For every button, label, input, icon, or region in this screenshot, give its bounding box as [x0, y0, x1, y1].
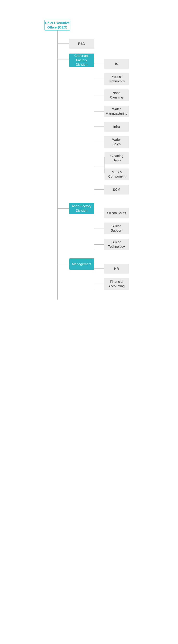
- silicon-tech-h: [94, 244, 104, 244]
- silicon-sales-row: Silicon Sales: [94, 208, 129, 218]
- scm-row: SCM: [94, 185, 129, 194]
- cleaning-sub: Cleaning Sales MFC & Component: [104, 152, 129, 180]
- hr-h: [94, 268, 104, 269]
- is-row: IS: [94, 59, 129, 69]
- branches-column: R&D Cheonan-Factory Division: [58, 30, 129, 300]
- cheonan-sub-trunk: IS Process Technology: [94, 59, 129, 194]
- is-h: [94, 64, 104, 64]
- cheonan-h-connector: [58, 59, 69, 60]
- main-body: R&D Cheonan-Factory Division: [43, 30, 135, 300]
- wafer-mfg-row: Wafer Manugacturing: [94, 106, 129, 117]
- silicon-sales-h: [94, 213, 104, 213]
- is-box: IS: [104, 59, 129, 69]
- wafer-sales-row: Wafer Sales: [94, 136, 129, 148]
- silicon-support-row: Silicon Support: [94, 222, 129, 234]
- process-tech-box: Process Technology: [104, 73, 129, 85]
- process-tech-h: [94, 79, 104, 79]
- financial-accounting-row: Financial Accounting: [94, 278, 129, 290]
- cleaning-sub-children: Cleaning Sales MFC & Component: [104, 152, 129, 180]
- silicon-tech-box: Silicon Technology: [104, 239, 129, 250]
- nano-cleaning-row: Nano Cleaning: [94, 90, 129, 101]
- nano-cleaning-h: [94, 95, 104, 95]
- nano-cleaning-box: Nano Cleaning: [104, 90, 129, 101]
- infra-box: Infra: [104, 122, 129, 132]
- trunk-spacer: [43, 30, 57, 300]
- wafer-sales-h: [94, 142, 104, 142]
- management-children: HR Financial Accounting: [94, 264, 129, 290]
- org-chart: Chief Executive Officer(CEO) R&D: [43, 20, 135, 300]
- ceo-row: Chief Executive Officer(CEO): [43, 20, 135, 30]
- silicon-sales-box: Silicon Sales: [104, 208, 129, 218]
- process-tech-row: Process Technology: [94, 73, 129, 85]
- rd-box: R&D: [69, 39, 94, 48]
- financial-accounting-h: [94, 284, 104, 284]
- cleaning-sales-row: Cleaning Sales MFC & Component: [94, 152, 129, 180]
- cheonan-children: IS Process Technology: [94, 59, 129, 194]
- wafer-mfg-h: [94, 111, 104, 112]
- infra-row: Infra: [94, 122, 129, 132]
- silicon-support-box: Silicon Support: [104, 222, 129, 234]
- hr-box: HR: [104, 264, 129, 274]
- mfc-entry: MFC & Component: [104, 168, 129, 180]
- rd-h-connector: [58, 44, 69, 44]
- cleaning-sales-box: Cleaning Sales: [104, 152, 129, 164]
- silicon-support-h: [94, 228, 104, 228]
- management-h-connector: [58, 264, 69, 264]
- scm-h: [94, 190, 104, 190]
- cheonan-branch: Cheonan-Factory Division IS: [58, 54, 129, 194]
- asan-children: Silicon Sales Silicon Support: [94, 208, 129, 250]
- scm-box: SCM: [104, 185, 129, 194]
- wafer-sales-box: Wafer Sales: [104, 136, 129, 148]
- financial-accounting-box: Financial Accounting: [104, 278, 129, 290]
- asan-sub-trunk: Silicon Sales Silicon Support: [94, 208, 129, 250]
- ceo-box: Chief Executive Officer(CEO): [44, 20, 70, 30]
- hr-row: HR: [94, 264, 129, 274]
- management-sub-trunk: HR Financial Accounting: [94, 264, 129, 290]
- management-div-box: Management: [69, 258, 94, 270]
- infra-h: [94, 126, 104, 127]
- cheonan-subtree: Cheonan-Factory Division IS: [69, 54, 129, 194]
- rd-branch: R&D: [58, 39, 94, 48]
- cleaning-sales-h: [94, 166, 104, 166]
- cleaning-sales-entry: Cleaning Sales: [104, 152, 129, 164]
- mfc-box: MFC & Component: [104, 168, 129, 180]
- asan-subtree: Asan-Factory Division Silicon Sales: [69, 203, 129, 250]
- management-branch: Management HR: [58, 258, 129, 290]
- cheonan-div-box: Cheonan-Factory Division: [69, 54, 94, 67]
- silicon-tech-row: Silicon Technology: [94, 239, 129, 250]
- org-chart-container: Chief Executive Officer(CEO) R&D: [0, 10, 178, 644]
- asan-div-box: Asan-Factory Division: [69, 203, 94, 214]
- wafer-mfg-box: Wafer Manugacturing: [104, 106, 129, 117]
- asan-h-connector: [58, 208, 69, 209]
- management-subtree: Management HR: [69, 258, 129, 290]
- asan-branch: Asan-Factory Division Silicon Sales: [58, 203, 129, 250]
